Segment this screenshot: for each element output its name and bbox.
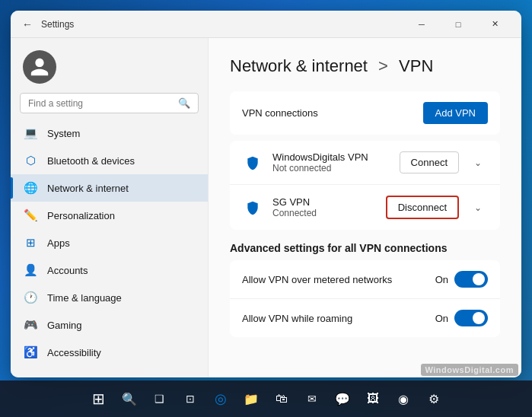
toggle-metered-state: On: [435, 274, 448, 285]
toggle-roaming-switch[interactable]: [454, 310, 488, 326]
nav-list: 💻 System ⬡ Bluetooth & devices 🌐 Network…: [11, 119, 208, 366]
sidebar-label-bluetooth: Bluetooth & devices: [47, 155, 135, 167]
sidebar-label-apps: Apps: [47, 237, 70, 249]
search-icon: 🔍: [178, 97, 190, 109]
title-bar: ← Settings ─ □ ✕: [11, 11, 521, 38]
window-body: 🔍 💻 System ⬡ Bluetooth & devices 🌐 Netwo…: [11, 38, 521, 377]
personalization-icon: ✏️: [23, 208, 38, 223]
expand-button-2[interactable]: ⌄: [468, 199, 488, 216]
taskbar: ⊞ 🔍 ❑ ⊡ ◎ 📁 🛍 ✉ 💬 🖼 ◉ ⚙: [0, 380, 532, 417]
sidebar-label-network: Network & internet: [47, 183, 129, 194]
time-icon: 🕐: [23, 290, 38, 305]
sidebar-item-apps[interactable]: ⊞ Apps: [11, 229, 208, 256]
vpn-name-1: WindowsDigitals VPN: [272, 151, 390, 163]
disconnect-button[interactable]: Disconnect: [386, 196, 459, 219]
apps-icon: ⊞: [23, 235, 38, 250]
taskbar-settings[interactable]: ⚙: [420, 385, 448, 412]
add-vpn-button[interactable]: Add VPN: [423, 102, 488, 124]
vpn-list-card: WindowsDigitals VPN Not connected Connec…: [230, 141, 500, 230]
search-box[interactable]: 🔍: [20, 93, 199, 113]
settings-window: ← Settings ─ □ ✕: [11, 11, 521, 377]
toggle-roaming-label: Allow VPN while roaming: [242, 313, 435, 324]
sidebar-item-system[interactable]: 💻 System: [11, 119, 208, 147]
breadcrumb-current: VPN: [399, 56, 433, 75]
taskbar-start[interactable]: ⊞: [85, 385, 113, 412]
watermark: WindowsDigital.com: [421, 364, 518, 376]
taskbar-photos[interactable]: 🖼: [359, 385, 387, 412]
accessibility-icon: ♿: [23, 345, 38, 360]
sidebar-item-bluetooth[interactable]: ⬡ Bluetooth & devices: [11, 147, 208, 174]
window-controls: ─ □ ✕: [404, 13, 512, 36]
toggle-roaming: Allow VPN while roaming On: [230, 299, 500, 337]
sidebar-label-accounts: Accounts: [47, 265, 88, 276]
back-button[interactable]: ←: [20, 17, 35, 32]
sidebar-label-time: Time & language: [47, 292, 122, 304]
vpn-status-2: Connected: [272, 208, 377, 218]
page-title: Network & internet > VPN: [230, 56, 500, 76]
taskbar-widgets[interactable]: ⊡: [177, 385, 204, 412]
taskbar-taskview[interactable]: ❑: [146, 385, 174, 412]
main-content: Network & internet > VPN VPN connections…: [209, 38, 521, 377]
accounts-icon: 👤: [23, 263, 38, 278]
taskbar-search[interactable]: 🔍: [116, 385, 143, 412]
sidebar-label-gaming: Gaming: [47, 320, 82, 331]
expand-button-1[interactable]: ⌄: [468, 154, 488, 171]
taskbar-store[interactable]: 🛍: [268, 385, 295, 412]
sidebar-item-accessibility[interactable]: ♿ Accessibility: [11, 339, 208, 366]
vpn-info-2: SG VPN Connected: [272, 196, 377, 218]
vpn-item-2: SG VPN Connected Disconnect ⌄: [230, 185, 500, 230]
breadcrumb-separator: >: [378, 56, 388, 75]
vpn-status-1: Not connected: [272, 163, 390, 173]
network-icon: 🌐: [23, 180, 38, 196]
close-button[interactable]: ✕: [477, 13, 512, 36]
sidebar-item-network[interactable]: 🌐 Network & internet: [11, 174, 208, 202]
toggle-roaming-state: On: [435, 313, 448, 324]
sidebar-item-personalization[interactable]: ✏️ Personalization: [11, 202, 208, 229]
sidebar: 🔍 💻 System ⬡ Bluetooth & devices 🌐 Netwo…: [11, 38, 209, 377]
advanced-settings-card: Allow VPN over metered networks On Allow…: [230, 260, 500, 337]
vpn-connections-label: VPN connections: [242, 107, 414, 119]
toggle-metered-label: Allow VPN over metered networks: [242, 274, 435, 285]
vpn-connections-header: VPN connections Add VPN: [230, 91, 500, 135]
breadcrumb-parent: Network & internet: [230, 56, 368, 75]
bluetooth-icon: ⬡: [23, 153, 38, 168]
taskbar-chrome[interactable]: ◉: [390, 385, 417, 412]
vpn-info-1: WindowsDigitals VPN Not connected: [272, 151, 390, 173]
sidebar-label-system: System: [47, 128, 80, 139]
taskbar-mail[interactable]: ✉: [298, 385, 326, 412]
sidebar-label-personalization: Personalization: [47, 210, 115, 221]
taskbar-messenger[interactable]: 💬: [329, 385, 356, 412]
toggle-metered: Allow VPN over metered networks On: [230, 260, 500, 299]
vpn-item-1: WindowsDigitals VPN Not connected Connec…: [230, 141, 500, 185]
shield-icon-2: [242, 197, 263, 218]
taskbar-explorer[interactable]: 📁: [237, 385, 265, 412]
shield-icon-1: [242, 152, 263, 173]
advanced-section-title: Advanced settings for all VPN connection…: [230, 242, 500, 254]
avatar-area: [11, 44, 208, 93]
vpn-connections-card: VPN connections Add VPN: [230, 91, 500, 135]
avatar-icon: [29, 56, 50, 78]
toggle-metered-switch[interactable]: [454, 271, 488, 288]
sidebar-label-accessibility: Accessibility: [47, 347, 101, 358]
gaming-icon: 🎮: [23, 317, 38, 333]
system-icon: 💻: [23, 126, 38, 141]
taskbar-edge[interactable]: ◎: [207, 385, 234, 412]
vpn-name-2: SG VPN: [272, 196, 377, 208]
minimize-button[interactable]: ─: [404, 13, 439, 36]
search-input[interactable]: [28, 98, 174, 109]
window-title: Settings: [41, 19, 398, 30]
avatar: [23, 50, 56, 84]
sidebar-item-gaming[interactable]: 🎮 Gaming: [11, 311, 208, 339]
sidebar-item-accounts[interactable]: 👤 Accounts: [11, 256, 208, 284]
maximize-button[interactable]: □: [441, 13, 476, 36]
connect-button-1[interactable]: Connect: [400, 151, 459, 173]
sidebar-item-time[interactable]: 🕐 Time & language: [11, 284, 208, 311]
